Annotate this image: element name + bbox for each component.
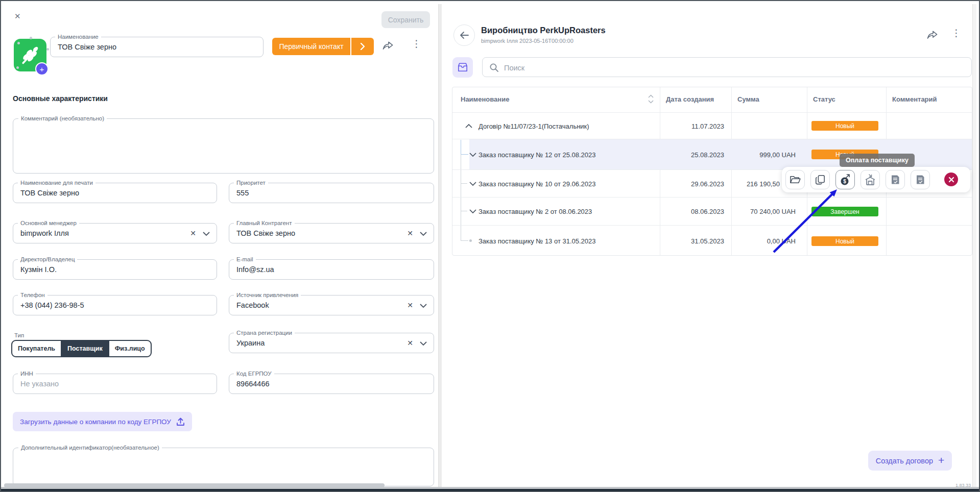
- tray-icon: [457, 62, 468, 72]
- decor-dot: [17, 42, 20, 44]
- vertical-scrollbar[interactable]: [972, 4, 976, 488]
- create-return-doc-button[interactable]: [911, 170, 930, 189]
- create-contract-button[interactable]: Создать договор +: [868, 451, 952, 471]
- field-label: Код ЕГРПОУ: [234, 370, 274, 378]
- director-field[interactable]: Директор/Владелец Кузмін І.О.: [13, 259, 217, 280]
- chevron-down-icon[interactable]: [420, 229, 427, 238]
- share-icon: [382, 40, 394, 50]
- document-check-icon: [916, 175, 925, 185]
- field-label: Наименование для печати: [18, 179, 95, 187]
- sort-icon[interactable]: [647, 94, 655, 106]
- chevron-down-icon[interactable]: [203, 229, 210, 238]
- deal-subtitle: bimpwork Ілля 2023-05-16T00:00:00: [481, 38, 573, 44]
- window-bottom-bar: [0, 489, 980, 492]
- supplier-payment-button[interactable]: $: [835, 170, 855, 189]
- status-badge[interactable]: Новый: [811, 121, 878, 131]
- clear-icon[interactable]: ✕: [407, 339, 413, 347]
- phone-field[interactable]: Телефон +38 (044) 236-98-5: [13, 295, 217, 315]
- load-company-data-button[interactable]: Загрузить данные о компании по коду ЕГРП…: [13, 412, 192, 431]
- column-header-date[interactable]: Дата создания: [666, 95, 714, 103]
- row-name: Договір №11/07/23-1(Постачальник): [479, 122, 589, 130]
- type-option-buyer[interactable]: Покупатель: [12, 341, 62, 356]
- close-actions-button[interactable]: [944, 173, 958, 186]
- field-label: ИНН: [18, 370, 36, 378]
- action-tooltip: Оплата поставщику: [840, 154, 915, 167]
- payment-icon: $: [840, 174, 851, 186]
- primary-contact-button[interactable]: Первичный контакт: [272, 38, 350, 55]
- copy-order-button[interactable]: [810, 170, 830, 189]
- field-value: bimpwork Ілля: [20, 229, 69, 237]
- field-placeholder: Не указано: [20, 380, 59, 388]
- document-check-icon: [891, 175, 900, 185]
- decor-dot: [30, 37, 32, 39]
- column-header-status[interactable]: Статус: [813, 95, 835, 103]
- add-photo-button[interactable]: +: [35, 62, 49, 76]
- save-button[interactable]: Сохранить: [381, 11, 430, 28]
- create-contract-label: Создать договор: [876, 457, 933, 465]
- status-badge[interactable]: Новый: [811, 236, 878, 246]
- column-header-comment[interactable]: Комментарий: [892, 95, 937, 103]
- row-sum: 0,00 UAH: [731, 237, 796, 244]
- row-name: Заказ поставщику № 13 от 31.05.2023: [479, 237, 596, 244]
- field-label: Главный Контрагент: [234, 219, 295, 227]
- column-header-name[interactable]: Наименование: [461, 95, 509, 103]
- inn-field[interactable]: ИНН Не указано: [13, 374, 217, 394]
- type-option-supplier[interactable]: Поставщик: [62, 341, 109, 356]
- field-value: 555: [236, 189, 249, 197]
- extra-id-field[interactable]: Дополнительный идентификатор(необязатель…: [13, 448, 434, 486]
- decor-dot: [16, 66, 19, 69]
- folder-open-icon: [790, 175, 801, 184]
- load-company-data-label: Загрузить данные о компании по коду ЕГРП…: [20, 418, 171, 426]
- counterparty-select[interactable]: Главный Контрагент ТОВ Свіже зерно ✕: [229, 223, 434, 243]
- source-select[interactable]: Источник привлечения Facebook ✕: [229, 295, 434, 315]
- column-header-sum[interactable]: Сумма: [737, 95, 759, 103]
- field-label: Основной менеджер: [18, 219, 79, 227]
- comment-field[interactable]: Комментарий (необязательно): [13, 118, 434, 174]
- search-input[interactable]: [503, 58, 954, 78]
- more-menu-button[interactable]: ⋮: [412, 39, 421, 48]
- more-menu-button[interactable]: ⋮: [951, 28, 961, 38]
- country-select[interactable]: Страна регистрации Украина ✕: [229, 333, 434, 353]
- row-sum: 999,00 UAH: [731, 151, 796, 158]
- field-label: Телефон: [18, 291, 47, 299]
- share-icon: [926, 29, 938, 39]
- chevron-down-icon[interactable]: [420, 301, 427, 310]
- search-icon: [489, 63, 499, 75]
- expand-row-icon[interactable]: [469, 182, 476, 186]
- receive-goods-button[interactable]: [861, 170, 880, 189]
- share-button[interactable]: [382, 40, 394, 52]
- field-label: Приоритет: [234, 179, 268, 187]
- back-button[interactable]: [453, 24, 475, 46]
- field-value: Facebook: [236, 301, 269, 309]
- row-date: 08.06.2023: [660, 208, 724, 215]
- status-badge[interactable]: Завершен: [811, 207, 878, 216]
- create-expense-doc-button[interactable]: [886, 170, 905, 189]
- table-row[interactable]: Заказ поставщику № 2 от 08.06.2023 08.06…: [452, 197, 972, 225]
- company-name-field[interactable]: Наименование ТОВ Свіже зерно: [50, 37, 264, 57]
- app-window: ✕ Сохранить + Наименование ТОВ Свіже зер…: [0, 0, 980, 492]
- table-row[interactable]: Договір №11/07/23-1(Постачальник) 11.07.…: [452, 112, 972, 139]
- documents-tab-button[interactable]: [452, 57, 473, 78]
- chevron-down-icon[interactable]: [420, 338, 427, 348]
- clear-icon[interactable]: ✕: [407, 301, 413, 309]
- priority-field[interactable]: Приоритет 555: [229, 183, 434, 203]
- table-row[interactable]: Заказ поставщику № 13 от 31.05.2023 31.0…: [452, 225, 972, 256]
- type-label: Тип: [14, 332, 24, 338]
- expand-row-icon[interactable]: [469, 153, 476, 157]
- expand-row-icon[interactable]: [469, 209, 476, 213]
- email-field[interactable]: E-mail Info@sz.ua: [229, 259, 434, 280]
- close-icon[interactable]: ✕: [14, 12, 21, 20]
- egrpou-field[interactable]: Код ЕГРПОУ 89664466: [229, 374, 434, 394]
- clear-icon[interactable]: ✕: [190, 229, 196, 237]
- share-button[interactable]: [926, 29, 938, 41]
- open-order-button[interactable]: [785, 170, 805, 189]
- row-date: 25.08.2023: [660, 151, 724, 158]
- stage-next-button[interactable]: [351, 38, 374, 55]
- row-actions-toolbar: $: [782, 167, 970, 192]
- collapse-row-icon[interactable]: [465, 124, 472, 128]
- type-option-individual[interactable]: Физ.лицо: [109, 341, 151, 356]
- manager-select[interactable]: Основной менеджер bimpwork Ілля ✕: [13, 223, 217, 243]
- field-value: Кузмін І.О.: [20, 265, 57, 274]
- clear-icon[interactable]: ✕: [407, 229, 413, 237]
- print-name-field[interactable]: Наименование для печати ТОВ Свіже зерно: [13, 183, 217, 203]
